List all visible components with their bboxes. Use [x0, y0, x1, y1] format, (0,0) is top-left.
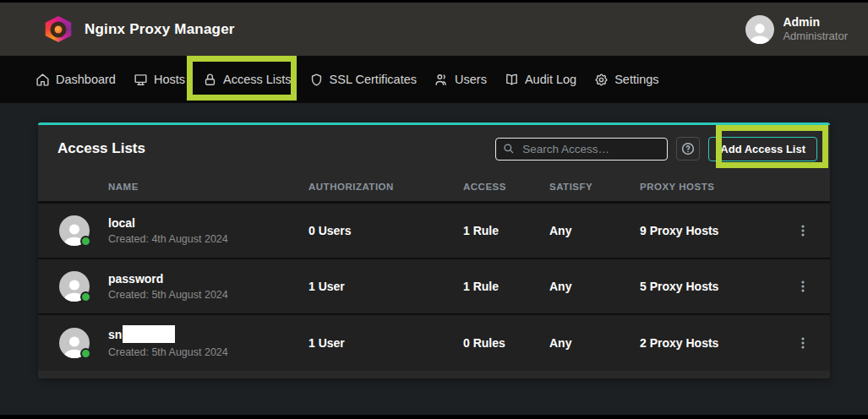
table-row: sn Created: 5th August 2024 1 User 0 Rul…	[38, 315, 830, 371]
satisfy-value: Any	[549, 224, 640, 237]
kebab-icon	[796, 224, 810, 237]
satisfy-value: Any	[549, 336, 640, 350]
column-header-access: ACCESS	[463, 182, 549, 192]
table-row: local Created: 4th August 2024 0 Users 1…	[38, 204, 830, 259]
table-header: NAME AUTHORIZATION ACCESS SATISFY PROXY …	[38, 172, 830, 204]
user-name: Admin	[783, 15, 848, 30]
access-list-created: Created: 5th August 2024	[108, 287, 308, 302]
access-value: 1 Rule	[463, 224, 549, 237]
help-button[interactable]	[676, 137, 700, 161]
access-lists-panel: Access Lists Add Access List NAME AUTHOR…	[38, 122, 830, 378]
column-header-name: NAME	[108, 182, 308, 192]
authorization-value: 1 User	[308, 336, 463, 350]
search-icon	[503, 143, 515, 155]
gear-icon	[594, 73, 609, 87]
shield-icon	[309, 73, 324, 87]
nav-item-hosts[interactable]: Hosts	[134, 73, 185, 87]
access-list-avatar	[59, 271, 90, 302]
lock-icon	[203, 73, 217, 87]
nav-item-access-lists[interactable]: Access Lists	[203, 73, 292, 87]
search-box[interactable]	[495, 138, 668, 161]
column-header-satisfy: SATISFY	[549, 182, 640, 192]
monitor-icon	[134, 73, 148, 87]
user-menu[interactable]: Admin Administrator	[745, 15, 848, 44]
table-row: password Created: 5th August 2024 1 User…	[38, 259, 830, 315]
kebab-icon	[796, 280, 810, 293]
access-list-name: sn	[108, 326, 308, 345]
add-access-list-button[interactable]: Add Access List	[708, 137, 817, 161]
column-header-proxy-hosts: PROXY HOSTS	[640, 182, 775, 192]
user-role: Administrator	[783, 30, 848, 43]
row-menu-button[interactable]	[790, 330, 816, 356]
row-menu-button[interactable]	[790, 218, 816, 243]
npm-logo-icon	[44, 16, 73, 42]
access-value: 0 Rules	[463, 336, 549, 350]
search-input[interactable]	[522, 143, 658, 155]
main-nav: Dashboard Hosts Access Lists SSL Certifi…	[0, 56, 868, 103]
satisfy-value: Any	[549, 280, 640, 293]
access-list-name: local	[108, 215, 308, 231]
row-menu-button[interactable]	[790, 274, 816, 299]
book-icon	[505, 73, 519, 87]
panel-title: Access Lists	[57, 140, 495, 157]
redaction-overlay	[123, 325, 175, 343]
online-status-dot	[80, 348, 91, 359]
nav-item-dashboard[interactable]: Dashboard	[35, 73, 116, 87]
authorization-value: 0 Users	[308, 224, 463, 237]
access-list-name: password	[108, 270, 308, 287]
nav-item-settings[interactable]: Settings	[594, 73, 658, 87]
authorization-value: 1 User	[308, 280, 463, 293]
app-title: Nginx Proxy Manager	[85, 21, 235, 38]
users-icon	[434, 73, 449, 87]
column-header-authorization: AUTHORIZATION	[308, 182, 463, 192]
nav-item-audit-log[interactable]: Audit Log	[505, 73, 576, 87]
access-list-created: Created: 5th August 2024	[108, 345, 308, 360]
nav-item-ssl-certificates[interactable]: SSL Certificates	[309, 73, 417, 87]
proxy-hosts-value: 9 Proxy Hosts	[640, 224, 775, 237]
home-icon	[35, 73, 50, 87]
online-status-dot	[80, 291, 91, 302]
access-list-avatar	[59, 215, 90, 246]
access-list-avatar	[59, 328, 90, 358]
nav-item-users[interactable]: Users	[434, 73, 487, 87]
question-circle-icon	[680, 141, 696, 156]
proxy-hosts-value: 5 Proxy Hosts	[640, 280, 775, 293]
proxy-hosts-value: 2 Proxy Hosts	[640, 336, 775, 350]
kebab-icon	[796, 336, 810, 350]
bottom-edge-strip	[0, 415, 868, 419]
user-avatar	[745, 15, 774, 44]
online-status-dot	[80, 236, 91, 247]
top-header-bar: Nginx Proxy Manager Admin Administrator	[0, 3, 868, 56]
access-list-created: Created: 4th August 2024	[108, 231, 308, 247]
access-value: 1 Rule	[463, 280, 549, 293]
